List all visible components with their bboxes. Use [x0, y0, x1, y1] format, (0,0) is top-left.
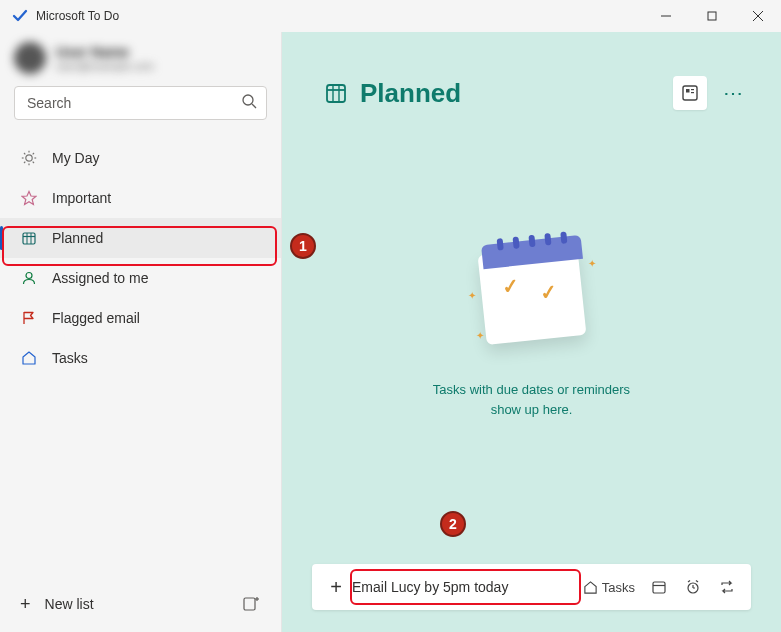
add-task-plus-icon[interactable]: + [322, 576, 350, 599]
svg-line-13 [24, 162, 25, 163]
svg-rect-29 [691, 89, 694, 90]
more-options-button[interactable]: ⋯ [717, 76, 751, 110]
new-group-button[interactable] [235, 588, 267, 620]
add-task-bar: + Tasks [312, 564, 751, 610]
new-group-icon [242, 595, 260, 613]
suggestions-icon [681, 84, 699, 102]
home-icon [20, 350, 38, 366]
page-title: Planned [360, 78, 673, 109]
star-icon [20, 190, 38, 206]
svg-line-37 [696, 581, 698, 583]
svg-line-12 [33, 162, 34, 163]
main-panel: Planned ⋯ ✓✓ ✦✦✦ Tasks with due dates or… [282, 32, 781, 632]
titlebar: Microsoft To Do [0, 0, 781, 32]
sidebar-item-flagged[interactable]: Flagged email [0, 298, 281, 338]
sidebar-item-label: Tasks [52, 350, 88, 366]
add-task-repeat-button[interactable] [713, 572, 741, 602]
user-email: user@example.com [56, 60, 154, 72]
alarm-icon [685, 579, 701, 595]
svg-rect-15 [23, 233, 35, 244]
svg-rect-27 [683, 86, 697, 100]
svg-line-5 [252, 104, 256, 108]
home-icon [583, 580, 598, 595]
svg-rect-20 [244, 598, 255, 610]
minimize-button[interactable] [643, 0, 689, 32]
app-logo-icon [12, 8, 28, 24]
empty-text-line2: show up here. [322, 400, 741, 420]
person-icon [20, 270, 38, 286]
sidebar-item-tasks[interactable]: Tasks [0, 338, 281, 378]
user-name: User Name [56, 44, 154, 60]
svg-point-4 [243, 95, 253, 105]
annotation-badge-2: 2 [440, 511, 466, 537]
sidebar-item-label: Important [52, 190, 111, 206]
suggestions-button[interactable] [673, 76, 707, 110]
plus-icon: + [20, 594, 31, 615]
app-title: Microsoft To Do [36, 9, 643, 23]
ellipsis-icon: ⋯ [723, 81, 745, 105]
calendar-icon [651, 579, 667, 595]
sidebar: User Name user@example.com My Day Import… [0, 32, 282, 632]
sun-icon [20, 150, 38, 166]
close-button[interactable] [735, 0, 781, 32]
sidebar-item-assigned[interactable]: Assigned to me [0, 258, 281, 298]
sidebar-item-important[interactable]: Important [0, 178, 281, 218]
search-box [14, 86, 267, 120]
svg-point-6 [26, 155, 32, 161]
sidebar-item-label: My Day [52, 150, 99, 166]
sidebar-item-label: Flagged email [52, 310, 140, 326]
annotation-badge-1: 1 [290, 233, 316, 259]
user-account-row[interactable]: User Name user@example.com [0, 32, 281, 82]
svg-line-11 [24, 153, 25, 154]
calendar-icon [20, 230, 38, 246]
svg-line-36 [688, 581, 690, 583]
sidebar-item-myday[interactable]: My Day [0, 138, 281, 178]
add-task-due-date-button[interactable] [645, 572, 673, 602]
empty-state: ✓✓ ✦✦✦ Tasks with due dates or reminders… [282, 230, 781, 419]
svg-point-19 [26, 273, 32, 279]
sidebar-item-label: Assigned to me [52, 270, 149, 286]
svg-rect-31 [653, 582, 665, 593]
planned-header-icon [324, 81, 348, 105]
search-icon [241, 93, 257, 113]
window-controls [643, 0, 781, 32]
svg-rect-30 [691, 92, 694, 93]
svg-line-14 [33, 153, 34, 154]
svg-rect-1 [708, 12, 716, 20]
sidebar-item-planned[interactable]: Planned [0, 218, 281, 258]
sidebar-item-label: Planned [52, 230, 103, 246]
add-task-list-label: Tasks [602, 580, 635, 595]
calendar-illustration-icon: ✓✓ ✦✦✦ [462, 230, 602, 360]
new-list-label: New list [45, 596, 94, 612]
add-task-input[interactable] [350, 575, 579, 599]
svg-rect-23 [327, 85, 345, 102]
add-task-reminder-button[interactable] [679, 572, 707, 602]
add-task-list-picker[interactable]: Tasks [579, 572, 639, 602]
empty-text-line1: Tasks with due dates or reminders [322, 380, 741, 400]
avatar [14, 42, 46, 74]
nav-list: My Day Important Planned Assigned to me … [0, 132, 281, 378]
new-list-button[interactable]: + New list [20, 594, 235, 615]
repeat-icon [719, 579, 735, 595]
search-input[interactable] [14, 86, 267, 120]
flag-icon [20, 310, 38, 326]
svg-rect-28 [686, 89, 690, 93]
maximize-button[interactable] [689, 0, 735, 32]
